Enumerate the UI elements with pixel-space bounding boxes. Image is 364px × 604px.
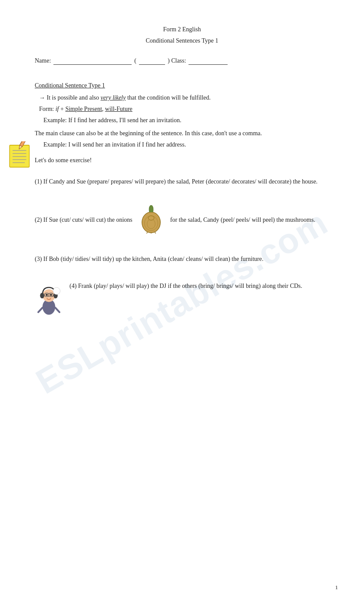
notebook-icon: [7, 141, 37, 172]
question-2: (2) If Sue (cut/ cuts/ will cut) the oni…: [35, 204, 329, 237]
question-3: (3) If Bob (tidy/ tidies/ will tidy) up …: [35, 254, 329, 264]
class-field[interactable]: [189, 57, 228, 65]
exercise-section: Example: I will send her an invitation i…: [35, 141, 329, 164]
q4-content: (4) Frank (play/ plays/ will play) the D…: [69, 283, 302, 289]
section-title-text: Conditional Sentence Type 1: [35, 82, 105, 89]
example2-text: Example: I will send her an invitation i…: [43, 141, 186, 148]
onion-icon: [138, 204, 164, 237]
main-clause-note: The main clause can also be at the begin…: [35, 130, 329, 137]
svg-point-16: [40, 293, 44, 298]
example1-text: Example: If I find her address, I'll sen…: [43, 117, 181, 123]
q1-text: (1) If Candy and Sue (prepare/ prepares/…: [35, 178, 318, 185]
svg-line-24: [38, 308, 43, 313]
page-number: 1: [335, 584, 338, 591]
form-label: Form: if + Simple Present, will-Future: [39, 106, 132, 112]
form-line: Form: if + Simple Present, will-Future: [35, 106, 329, 113]
svg-point-23: [53, 287, 60, 294]
definition-line: → It is possible and also very likely th…: [35, 94, 329, 101]
q2-text-before: (2) If Sue (cut/ cuts/ will cut) the oni…: [35, 217, 134, 223]
page-subtitle: Conditional Sentences Type 1: [35, 37, 329, 44]
q2-text-after: for the salad, Candy (peel/ peels/ will …: [170, 217, 315, 223]
page-number-text: 1: [335, 584, 338, 591]
name-label: Name:: [35, 57, 51, 64]
open-paren: (: [134, 57, 136, 64]
main-clause-text: The main clause can also be at the begin…: [35, 130, 262, 137]
header-title: Form 2 English: [163, 26, 201, 33]
name-class-line: Name: ( ) Class:: [35, 57, 329, 65]
q3-text: (3) If Bob (tidy/ tidies/ will tidy) up …: [35, 256, 263, 262]
svg-point-18: [46, 294, 48, 296]
example2-line: Example: I will send her an invitation i…: [35, 141, 329, 148]
svg-line-25: [55, 308, 60, 313]
name-field[interactable]: [53, 57, 132, 65]
arrow: → It is possible and also very likely th…: [39, 94, 211, 101]
lets-do: Let's do some exercise!: [35, 157, 329, 164]
header-subtitle: Conditional Sentences Type 1: [146, 37, 218, 44]
dj-icon: [35, 281, 65, 320]
question-1: (1) If Candy and Sue (prepare/ prepares/…: [35, 177, 329, 187]
svg-point-13: [148, 216, 154, 220]
exercise-intro: Let's do some exercise!: [35, 157, 92, 164]
page-title: Form 2 English: [35, 26, 329, 33]
question-4: (4) Frank (play/ plays/ will play) the D…: [35, 281, 329, 320]
dj-svg: [35, 281, 63, 318]
example1-line: Example: If I find her address, I'll sen…: [35, 117, 329, 124]
notebook-svg: [7, 141, 37, 172]
onion-svg: [138, 204, 164, 234]
section-title: Conditional Sentence Type 1: [35, 82, 329, 89]
svg-point-19: [50, 294, 52, 296]
close-paren: ) Class:: [168, 57, 186, 64]
page: ESLprintables.com Form 2 English Conditi…: [0, 0, 364, 604]
number-field[interactable]: [139, 57, 165, 65]
q4-text: (4) Frank (play/ plays/ will play) the D…: [69, 281, 329, 291]
